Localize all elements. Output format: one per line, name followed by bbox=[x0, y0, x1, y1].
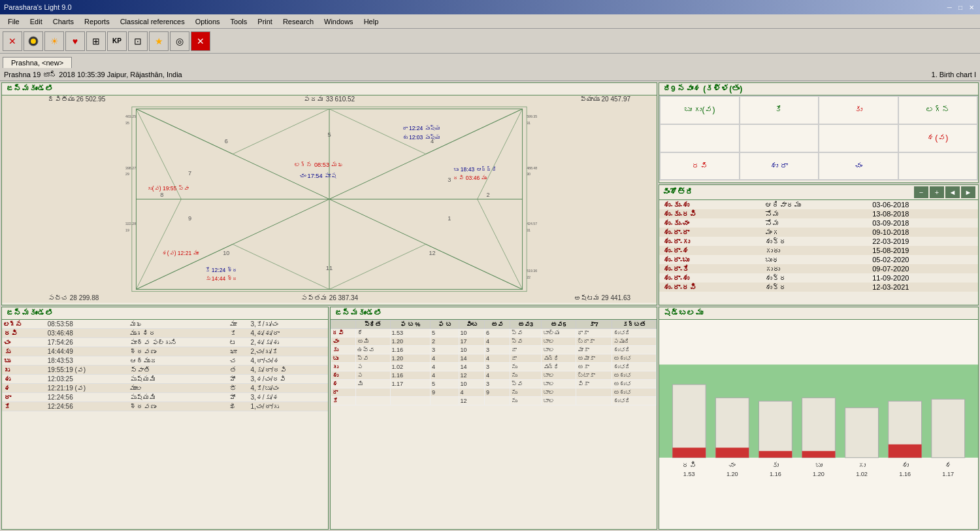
nav-cell-r1c2: కే bbox=[740, 96, 819, 124]
planet-data-row: రా949నుబాలఅశుభ bbox=[331, 388, 657, 397]
vim-minus-btn[interactable]: − bbox=[914, 186, 928, 198]
vimshottari-table-container: శు-కు-శుఆదివారము03-06-2018శు-కు-రవిసోమ13… bbox=[659, 200, 978, 301]
kundali-data-row: లగ్న08:53:58మఖమూ3,కే/గు/చం bbox=[2, 320, 328, 329]
vim-row: శు-రా-శగురు15-08-2019 bbox=[659, 246, 978, 255]
svg-rect-82 bbox=[932, 399, 965, 457]
menu-charts[interactable]: Charts bbox=[48, 16, 79, 27]
label-top-center: పదమ 33 610.52 bbox=[304, 95, 355, 103]
kundali-data-row: బు18:43:53ఆర్ముదచ4,రా/చం/శ bbox=[2, 356, 328, 366]
toolbar-btn-close[interactable]: ✕ bbox=[191, 31, 210, 51]
svg-rect-72 bbox=[802, 451, 836, 458]
svg-rect-60 bbox=[672, 448, 706, 458]
svg-text:5: 5 bbox=[327, 131, 331, 138]
nav-cell-r3c1: రవి bbox=[660, 152, 740, 180]
svg-text:1: 1 bbox=[448, 215, 451, 222]
kundali-data-title: జన్మకుండలి bbox=[2, 307, 328, 320]
svg-text:1.17: 1.17 bbox=[942, 471, 954, 477]
svg-rect-59 bbox=[672, 385, 706, 458]
vim-row: శు-కు-శుఆదివారము03-06-2018 bbox=[659, 200, 978, 209]
kundali-data-row: రా12:24:56పుష్యమిహో3,శ/కు/శ bbox=[2, 393, 328, 402]
toolbar-btn-8[interactable]: ◎ bbox=[170, 31, 189, 51]
menu-windows[interactable]: Windows bbox=[319, 16, 359, 27]
svg-text:బు  18:43 ఆర్ద్రి: బు 18:43 ఆర్ద్రి bbox=[453, 166, 497, 173]
svg-rect-67 bbox=[759, 401, 792, 457]
nav-cell-r2c1 bbox=[660, 124, 740, 152]
svg-text:1.02: 1.02 bbox=[856, 471, 868, 477]
shadbalas-chart: రవి 1.53 చం 1.20 కు 1.16 బు 1.20 bbox=[659, 320, 978, 529]
menu-classical[interactable]: Classical references bbox=[115, 16, 190, 27]
svg-text:రవి  03:46 మృ: రవి 03:46 మృ bbox=[453, 175, 486, 181]
kundali-title: జన్మకుండలి bbox=[2, 83, 657, 95]
app-title: Parashara's Light 9.0 bbox=[4, 3, 72, 11]
svg-text:శ: శ bbox=[945, 461, 952, 469]
svg-rect-71 bbox=[802, 398, 836, 458]
toolbar-btn-7[interactable]: ★ bbox=[149, 31, 169, 51]
menu-file[interactable]: File bbox=[3, 16, 25, 27]
navamsha-grid: బు గు(వ) కే కు లగ్న శ(వ) రవి శు రా చం bbox=[659, 95, 978, 180]
planet-table-container: స్థితఫ బ %ఫ బవింబఅవఅవ3అవ5కా7కర్బత రవిశే1… bbox=[331, 320, 657, 527]
svg-text:31: 31 bbox=[527, 228, 531, 232]
svg-text:22: 22 bbox=[527, 275, 531, 279]
nav-cell-r1c4: లగ్న bbox=[898, 96, 978, 124]
svg-text:1.53: 1.53 bbox=[683, 471, 695, 477]
menu-options[interactable]: Options bbox=[190, 16, 225, 27]
svg-text:చం: చం bbox=[728, 461, 736, 469]
window-controls[interactable]: ─ □ ✕ bbox=[945, 4, 976, 11]
close-btn[interactable]: ✕ bbox=[967, 4, 976, 11]
navamsha-title: ది9 నవాంశ (కళ్ళ(తం) bbox=[659, 83, 978, 95]
label-bottom-right: అష్టమ 29 441.63 bbox=[574, 294, 630, 301]
navamsha-panel: ది9 నవాంశ (కళ్ళ(తం) బు గు(వ) కే కు లగ్న … bbox=[659, 82, 979, 183]
nav-cell-r3c4 bbox=[898, 152, 978, 180]
svg-text:322.28: 322.28 bbox=[125, 222, 136, 226]
svg-text:519.36: 519.36 bbox=[527, 269, 537, 273]
planet-data-row: కుఉచ్చ1.163103జాబాలమాకాశుభది bbox=[331, 346, 657, 354]
toolbar-btn-6[interactable]: ⊡ bbox=[128, 31, 148, 51]
planet-data-row: కే12నుబాలశుభది bbox=[331, 397, 657, 405]
vim-next-btn[interactable]: ► bbox=[961, 186, 975, 198]
menu-help[interactable]: Help bbox=[359, 16, 384, 27]
svg-rect-64 bbox=[715, 448, 749, 458]
minimize-btn[interactable]: ─ bbox=[945, 4, 954, 11]
menu-research[interactable]: Research bbox=[278, 16, 319, 27]
bottom-left: జన్మకుండలి లగ్న08:53:58మఖమూ3,కే/గు/చంరవి… bbox=[1, 307, 657, 530]
svg-text:లగ్న  08:53 మఖ: లగ్న 08:53 మఖ bbox=[295, 162, 344, 168]
svg-text:1.16: 1.16 bbox=[770, 471, 781, 477]
svg-text:599.35: 599.35 bbox=[527, 114, 537, 118]
toolbar-btn-4[interactable]: ♥ bbox=[65, 31, 85, 51]
svg-text:కు  14:44 శ్ర: కు 14:44 శ్ర bbox=[205, 275, 238, 282]
vim-plus-btn[interactable]: + bbox=[930, 186, 944, 198]
svg-text:398.27: 398.27 bbox=[125, 166, 136, 170]
toolbar-btn-2[interactable] bbox=[24, 31, 43, 51]
kundali-data-row: కు14:44:49శ్రవణంఖూ2,చం/గు/కే bbox=[2, 347, 328, 356]
nav-cell-r1c3: కు bbox=[819, 96, 898, 124]
planet-data-row: శుస1.164124నుబాలబ్టాకాఅశుభ bbox=[331, 371, 657, 380]
svg-text:9: 9 bbox=[188, 215, 191, 222]
menu-tools[interactable]: Tools bbox=[225, 16, 253, 27]
kundali-data-row: కే12:24:56శ్రవణంఖీ1,చం/రా/గు bbox=[2, 402, 328, 411]
status-bar: Prashna 19 జూన్ 2018 10:35:39 Jaipur, Rā… bbox=[0, 68, 980, 81]
maximize-btn[interactable]: □ bbox=[956, 4, 964, 11]
tab-prashna[interactable]: Prashna, <new> bbox=[3, 57, 72, 68]
svg-text:424.57: 424.57 bbox=[527, 222, 537, 226]
toolbar-btn-kp[interactable]: KP bbox=[107, 31, 127, 51]
menu-reports[interactable]: Reports bbox=[79, 16, 115, 27]
planet-table-panel: జన్మకుండలి స్థితఫ బ %ఫ బవింబఅవఅవ3అవ5కా7క… bbox=[330, 307, 657, 530]
toolbar-btn-5[interactable]: ⊞ bbox=[86, 31, 106, 51]
toolbar-btn-1[interactable]: ✕ bbox=[3, 31, 22, 51]
nav-cell-r3c2: శు రా bbox=[740, 152, 819, 180]
shadbalas-title: షడ్బలము bbox=[659, 307, 978, 320]
svg-text:రవి: రవి bbox=[682, 461, 696, 469]
vim-row: శు-రా-శుశుక్ర11-09-2020 bbox=[659, 273, 978, 283]
vim-prev-btn[interactable]: ◄ bbox=[945, 186, 960, 198]
nav-cell-r2c3 bbox=[819, 124, 898, 152]
vim-row: శు-కు-రవిసోమ13-08-2018 bbox=[659, 209, 978, 218]
menu-print[interactable]: Print bbox=[252, 16, 278, 27]
toolbar-btn-3[interactable]: ☀ bbox=[44, 31, 64, 51]
svg-text:శ(వ)  12:21 మూ: శ(వ) 12:21 మూ bbox=[162, 250, 199, 256]
vimshottari-header: వింశోత్రి − + ◄ ► bbox=[659, 185, 978, 200]
svg-text:1.20: 1.20 bbox=[813, 471, 825, 477]
vim-row: శు-కు-చంసోమ03-09-2018 bbox=[659, 218, 978, 228]
vim-row: శు-రా-కేగురు09-07-2020 bbox=[659, 264, 978, 273]
menu-edit[interactable]: Edit bbox=[25, 16, 48, 27]
planet-data-row: బుస్వ1.204144జావృద్ధిఅమాకాఅశుభ bbox=[331, 354, 657, 363]
